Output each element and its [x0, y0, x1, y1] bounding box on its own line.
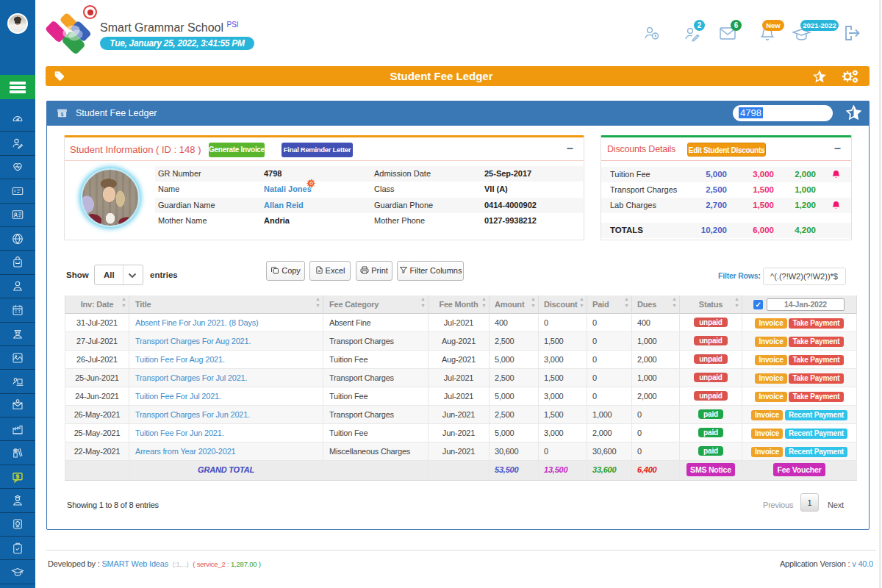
svg-text:$: $ — [61, 112, 64, 118]
